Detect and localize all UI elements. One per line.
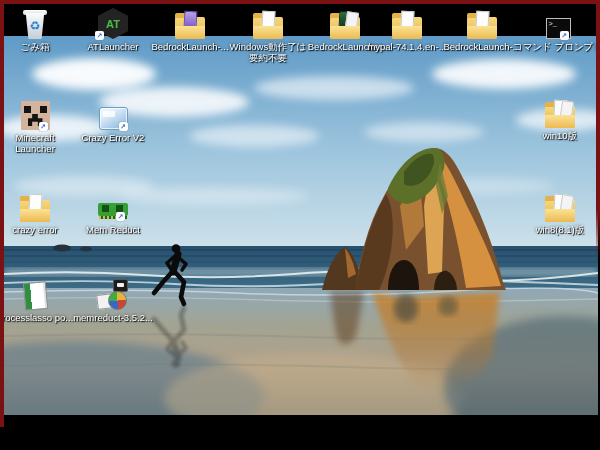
icon-label: Crazy Error V2 [82, 132, 145, 143]
shortcut-arrow-icon: ↗ [119, 122, 128, 131]
desktop-icon-mem-reduct[interactable]: ↗ Mem Reduct [75, 188, 151, 235]
icon-label: crazy error [12, 224, 57, 235]
folder-icon [330, 17, 360, 39]
desktop-icon-windows-notes-folder[interactable]: Windows動作了は 要約不要 [226, 5, 310, 64]
red-frame-right [596, 0, 600, 262]
recycle-bin-icon: ♻ [23, 10, 47, 39]
folder-icon [545, 106, 575, 128]
desktop-icon-win10-folder[interactable]: win10版 [522, 94, 598, 141]
icon-label: ごみ箱 [21, 41, 50, 52]
desktop-icon-recycle-bin[interactable]: ♻ ごみ箱 [0, 5, 70, 52]
shortcut-arrow-icon: ↗ [560, 31, 569, 40]
distant-rocks [53, 245, 71, 252]
folder-icon [545, 200, 575, 222]
shortcut-arrow-icon: ↗ [95, 31, 104, 40]
icon-label: mypal-74.1.4.en-... [367, 41, 446, 52]
shortcut-arrow-icon: ↗ [39, 122, 48, 131]
icon-label: Minecraft Launcher [0, 132, 73, 155]
folder-icon [253, 17, 283, 39]
book-icon [22, 281, 47, 311]
installer-icon [97, 279, 129, 310]
red-frame-left [0, 0, 4, 427]
icon-label: コマンド プロンプト [513, 41, 600, 52]
desktop-icon-atlauncher[interactable]: AT ↗ ATLauncher [73, 5, 153, 52]
desktop-icon-command-prompt[interactable]: >_ ↗ コマンド プロンプト [508, 5, 600, 52]
folder-icon [20, 200, 50, 222]
desktop-icon-crazy-error-v2[interactable]: ↗ Crazy Error V2 [75, 96, 151, 143]
bottom-letterbox-strip [0, 415, 600, 450]
shortcut-arrow-icon: ↗ [116, 212, 125, 221]
desktop-icon-mypal-folder[interactable]: mypal-74.1.4.en-... [363, 5, 451, 52]
folder-icon [467, 17, 497, 39]
desktop-icon-memreduct-installer[interactable]: memreduct-3.5.2... [68, 276, 158, 323]
desktop: ♻ ごみ箱 AT ↗ ATLauncher BedrockLaunch-... … [0, 0, 600, 450]
desktop-icon-bedrocklaunch-folder-1[interactable]: BedrockLaunch-... [150, 5, 230, 52]
icon-label: Windows動作了は 要約不要 [226, 41, 310, 64]
icon-label: memreduct-3.5.2... [73, 312, 153, 323]
icon-label: BedrockLaunch-... [151, 41, 228, 52]
desktop-icon-minecraft-launcher[interactable]: ↗ Minecraft Launcher [0, 96, 73, 155]
desktop-icon-crazy-error-folder[interactable]: crazy error [0, 188, 73, 235]
icon-label: processlasso po... [0, 312, 73, 323]
icon-label: win8(8.1)版 [536, 224, 585, 235]
icon-label: ATLauncher [87, 41, 138, 52]
icon-label: win10版 [543, 130, 577, 141]
desktop-icon-win8-folder[interactable]: win8(8.1)版 [522, 188, 598, 235]
red-frame-top [0, 0, 600, 4]
icon-label: Mem Reduct [86, 224, 140, 235]
folder-icon [175, 17, 205, 39]
folder-icon [392, 17, 422, 39]
